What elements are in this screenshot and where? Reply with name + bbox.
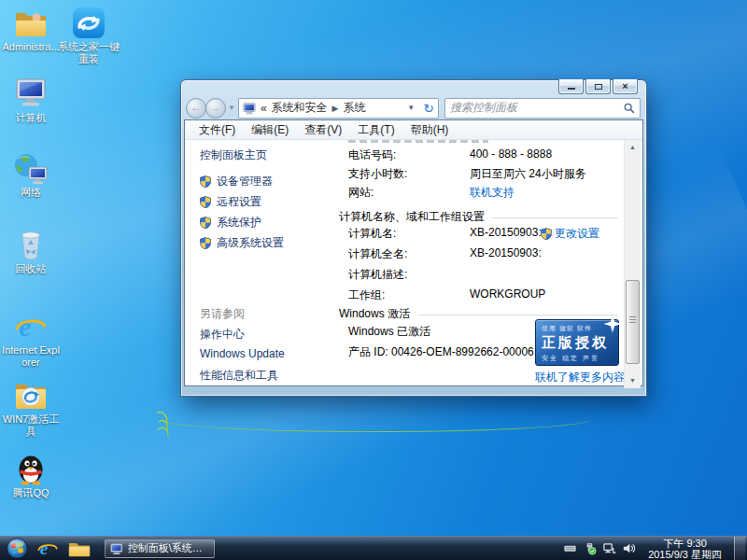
uac-shield-icon	[200, 175, 211, 188]
breadcrumb-prefix[interactable]: «	[261, 102, 267, 115]
internet-explorer-icon	[12, 311, 49, 343]
change-settings-link[interactable]: 更改设置	[555, 226, 599, 242]
desktop-icon-network[interactable]: 网络	[0, 153, 62, 199]
menu-tools[interactable]: 工具(T)	[358, 122, 394, 138]
section-title: Windows 激活	[339, 306, 410, 322]
sidebar-item-label: 设备管理器	[217, 174, 273, 189]
activation-tool-folder-icon	[12, 380, 49, 412]
menu-help[interactable]: 帮助(H)	[411, 122, 449, 138]
desktop-icon-label: 计算机	[0, 112, 62, 124]
sidebar-performance-tools[interactable]: 性能信息和工具	[200, 368, 278, 384]
folder-icon	[68, 539, 91, 558]
desktop-icon-administrator[interactable]: Administra...	[0, 7, 62, 53]
window-client-area: 文件(F) 编辑(E) 查看(V) 工具(T) 帮助(H) 控制面板主页 设备管…	[184, 119, 643, 386]
sidebar-control-panel-home[interactable]: 控制面板主页	[200, 147, 267, 163]
refresh-button[interactable]: ↻	[423, 102, 434, 115]
taskbar-windows-explorer[interactable]	[63, 537, 95, 560]
network-icon	[12, 153, 49, 185]
sidebar-action-center[interactable]: 操作中心	[200, 327, 245, 343]
clipped-scrolled-text	[348, 140, 488, 143]
taskbar-internet-explorer[interactable]	[32, 537, 63, 560]
scroll-up-arrow[interactable]: ▲	[625, 140, 641, 155]
desktop-icon-internet-explorer[interactable]: Internet Explorer	[0, 311, 62, 369]
qq-penguin-icon	[12, 454, 49, 485]
sidebar-system-protection[interactable]: 系统保护	[200, 215, 261, 231]
system-window-icon	[110, 542, 123, 555]
desktop-icon-system-reinstall[interactable]: 系统之家一键重装	[58, 7, 120, 65]
network-status-icon[interactable]	[602, 541, 616, 555]
section-divider	[417, 315, 618, 315]
volume-icon[interactable]	[622, 541, 636, 555]
computer-name-value: XB-20150903:	[470, 226, 542, 239]
section-title: 计算机名称、域和工作组设置	[339, 209, 485, 225]
section-divider	[492, 217, 618, 218]
desktop-icon-win7-activation-tool[interactable]: WIN7激活工具	[0, 380, 62, 438]
online-support-link[interactable]: 联机支持	[470, 185, 514, 201]
phone-value: 400 - 888 - 8888	[470, 147, 552, 161]
desktop-icon-label: 腾讯QQ	[0, 487, 62, 499]
maximize-button[interactable]	[585, 79, 611, 94]
support-hours-label: 支持小时数:	[348, 166, 407, 182]
sidebar-item-label: 系统保护	[217, 215, 261, 231]
minimize-button[interactable]	[558, 79, 584, 94]
badge-line3: 安全 稳定 声誉	[542, 354, 613, 363]
system-control-panel-window: × ← → ▼ « 系统和安全 ▶ 系统 ▼ ↻ 搜索控制面板 文件(F)	[180, 79, 647, 397]
task-button-label: 控制面板\系统和...	[128, 541, 209, 555]
navigation-bar: ← → ▼ « 系统和安全 ▶ 系统 ▼ ↻ 搜索控制面板	[181, 96, 646, 119]
menu-edit[interactable]: 编辑(E)	[251, 122, 289, 138]
task-pane-sidebar: 控制面板主页 设备管理器 远程设置 系统保护	[185, 140, 331, 388]
show-desktop-button[interactable]	[734, 537, 745, 560]
user-folder-icon	[12, 7, 49, 39]
change-settings-action[interactable]: 更改设置	[541, 226, 599, 242]
desktop-icon-label: WIN7激活工具	[0, 413, 62, 438]
computer-full-name-value: XB-20150903:	[470, 246, 542, 259]
address-dropdown-icon[interactable]: ▼	[407, 104, 415, 112]
wallpaper-green-vine	[161, 407, 590, 432]
desktop-icon-label: 回收站	[0, 263, 62, 275]
start-button[interactable]	[7, 538, 28, 559]
uac-shield-icon	[200, 237, 211, 249]
menu-view[interactable]: 查看(V)	[304, 122, 342, 138]
forward-button[interactable]: →	[205, 98, 226, 119]
internet-explorer-icon	[37, 539, 58, 559]
clock-time: 下午 9:30	[648, 538, 722, 549]
back-button[interactable]: ←	[186, 98, 206, 119]
badge-line2: 正版授权	[542, 334, 613, 352]
recent-pages-chevron-icon[interactable]: ▼	[228, 104, 235, 112]
computer-description-label: 计算机描述:	[348, 267, 407, 283]
learn-more-online-link[interactable]: 联机了解更多内容...	[535, 370, 634, 385]
search-icon[interactable]	[623, 102, 635, 114]
system-tray: 下午 9:30 2015/9/3 星期四	[563, 537, 747, 560]
uac-shield-icon	[541, 228, 552, 240]
window-titlebar[interactable]: ×	[181, 80, 646, 96]
input-language-icon[interactable]	[563, 541, 577, 555]
vertical-scrollbar[interactable]: ▲ ▼	[624, 140, 641, 388]
workgroup-label: 工作组:	[348, 287, 385, 303]
safely-remove-hardware-icon[interactable]	[583, 541, 597, 555]
desktop-icon-tencent-qq[interactable]: 腾讯QQ	[0, 454, 62, 499]
scroll-down-arrow[interactable]: ▼	[625, 373, 641, 388]
taskbar-active-window-button[interactable]: 控制面板\系统和...	[105, 539, 215, 558]
desktop-icon-computer[interactable]: 计算机	[0, 78, 62, 124]
breadcrumb-separator-icon[interactable]: ▶	[332, 104, 339, 113]
window-controls: ×	[558, 79, 638, 94]
sidebar-advanced-system-settings[interactable]: 高级系统设置	[200, 235, 284, 251]
computer-icon	[12, 78, 49, 110]
sidebar-device-manager[interactable]: 设备管理器	[200, 174, 273, 189]
desktop-wallpaper: Administra... 系统之家一键重装 计算机	[0, 0, 747, 560]
taskbar-clock[interactable]: 下午 9:30 2015/9/3 星期四	[641, 538, 728, 560]
taskbar: 控制面板\系统和... 下午 9:30 2015/9/3 星期四	[0, 536, 747, 560]
sidebar-remote-settings[interactable]: 远程设置	[200, 194, 261, 210]
sidebar-windows-update[interactable]: Windows Update	[200, 347, 285, 360]
scrollbar-thumb[interactable]	[626, 280, 640, 364]
search-box[interactable]: 搜索控制面板	[444, 98, 641, 119]
desktop-icon-recycle-bin[interactable]: 回收站	[0, 230, 62, 275]
uac-shield-icon	[200, 196, 211, 208]
address-bar[interactable]: « 系统和安全 ▶ 系统 ▼ ↻	[238, 98, 439, 119]
close-button[interactable]: ×	[613, 79, 638, 94]
computer-full-name-label: 计算机全名:	[348, 246, 407, 262]
breadcrumb-item-system-security[interactable]: 系统和安全	[272, 100, 328, 116]
genuine-software-badge[interactable]: 使用 微软 软件 正版授权 安全 稳定 声誉	[535, 319, 619, 366]
breadcrumb-item-system[interactable]: 系统	[344, 100, 366, 116]
menu-file[interactable]: 文件(F)	[199, 122, 235, 138]
